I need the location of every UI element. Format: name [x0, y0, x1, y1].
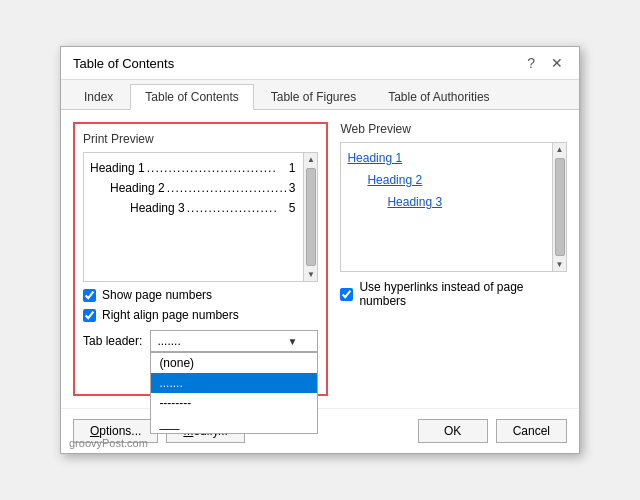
- dropdown-arrow-icon: ▼: [288, 336, 298, 347]
- toc-row-2: Heading 2 ..............................…: [90, 181, 295, 195]
- options-label: ptions...: [99, 424, 141, 438]
- web-h1: Heading 1: [347, 151, 544, 165]
- use-hyperlinks-checkbox[interactable]: [340, 288, 353, 301]
- dropdown-item-dashes[interactable]: --------: [151, 393, 317, 413]
- toc-h3-dots: .....................: [187, 201, 287, 215]
- dropdown-item-none[interactable]: (none): [151, 353, 317, 373]
- show-page-numbers-label: Show page numbers: [102, 288, 212, 302]
- dialog-title: Table of Contents: [73, 56, 174, 71]
- toc-h2-page: 3: [289, 181, 296, 195]
- web-scroll-thumb[interactable]: [555, 158, 565, 256]
- tab-leader-value: .......: [157, 334, 180, 348]
- title-bar: Table of Contents ? ✕: [61, 47, 579, 80]
- table-of-contents-dialog: Table of Contents ? ✕ Index Table of Con…: [60, 46, 580, 454]
- use-hyperlinks-row: Use hyperlinks instead of page numbers: [340, 280, 567, 308]
- footer-right-buttons: OK Cancel: [418, 419, 567, 443]
- tab-table-of-contents[interactable]: Table of Contents: [130, 84, 253, 110]
- dropdown-item-dots[interactable]: .......: [151, 373, 317, 393]
- watermark: groovyPost.com: [69, 437, 148, 449]
- scroll-up-arrow[interactable]: ▲: [304, 153, 317, 166]
- toc-h1-page: 1: [289, 161, 296, 175]
- web-scroll-down-arrow[interactable]: ▼: [553, 258, 566, 271]
- tab-leader-select-button[interactable]: ....... ▼: [150, 330, 318, 352]
- tab-leader-select-wrapper: ....... ▼ (none) ....... -------- ___: [150, 330, 318, 352]
- print-preview-label: Print Preview: [83, 132, 318, 146]
- web-h3: Heading 3: [347, 195, 544, 209]
- tab-table-of-authorities[interactable]: Table of Authorities: [373, 84, 504, 109]
- show-page-numbers-row: Show page numbers: [83, 288, 318, 302]
- right-panel: Web Preview Heading 1 Heading 2 Heading …: [340, 122, 567, 396]
- tab-bar: Index Table of Contents Table of Figures…: [61, 80, 579, 110]
- toc-row-1: Heading 1 ..............................…: [90, 161, 295, 175]
- print-preview-box: Heading 1 ..............................…: [83, 152, 318, 282]
- right-align-row: Right align page numbers: [83, 308, 318, 322]
- help-button[interactable]: ?: [523, 55, 539, 71]
- left-panel: Print Preview Heading 1 ................…: [73, 122, 328, 396]
- tab-index[interactable]: Index: [69, 84, 128, 109]
- main-content: Print Preview Heading 1 ................…: [61, 110, 579, 408]
- scroll-thumb[interactable]: [306, 168, 316, 266]
- print-preview-content: Heading 1 ..............................…: [90, 161, 311, 215]
- ok-button[interactable]: OK: [418, 419, 488, 443]
- print-preview-scrollbar: ▲ ▼: [303, 153, 317, 281]
- toc-h1-dots: ..............................: [147, 161, 287, 175]
- dropdown-item-underline[interactable]: ___: [151, 413, 317, 433]
- web-preview-content: Heading 1 Heading 2 Heading 3: [347, 151, 560, 209]
- show-page-numbers-checkbox[interactable]: [83, 289, 96, 302]
- tab-leader-row: Tab leader: ....... ▼ (none) ....... ---…: [83, 330, 318, 352]
- right-align-label: Right align page numbers: [102, 308, 239, 322]
- title-controls: ? ✕: [523, 55, 567, 71]
- toc-h2-dots: ..............................: [167, 181, 287, 195]
- tab-leader-label: Tab leader:: [83, 334, 142, 348]
- scroll-down-arrow[interactable]: ▼: [304, 268, 317, 281]
- web-preview-box: Heading 1 Heading 2 Heading 3 ▲ ▼: [340, 142, 567, 272]
- web-preview-scrollbar: ▲ ▼: [552, 143, 566, 271]
- cancel-button[interactable]: Cancel: [496, 419, 567, 443]
- close-button[interactable]: ✕: [547, 55, 567, 71]
- tab-leader-dropdown: (none) ....... -------- ___: [150, 352, 318, 434]
- web-scroll-up-arrow[interactable]: ▲: [553, 143, 566, 156]
- right-align-checkbox[interactable]: [83, 309, 96, 322]
- toc-h3-text: Heading 3: [130, 201, 185, 215]
- use-hyperlinks-label: Use hyperlinks instead of page numbers: [359, 280, 567, 308]
- web-preview-label: Web Preview: [340, 122, 567, 136]
- toc-h2-text: Heading 2: [110, 181, 165, 195]
- toc-h1-text: Heading 1: [90, 161, 145, 175]
- toc-row-3: Heading 3 ..................... 5: [90, 201, 295, 215]
- tab-table-of-figures[interactable]: Table of Figures: [256, 84, 371, 109]
- toc-h3-page: 5: [289, 201, 296, 215]
- web-h2: Heading 2: [347, 173, 544, 187]
